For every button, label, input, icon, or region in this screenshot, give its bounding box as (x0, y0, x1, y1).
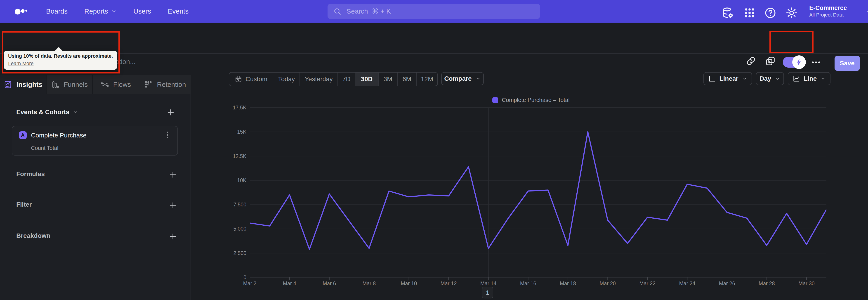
learn-more-link[interactable]: Learn More (8, 61, 34, 66)
series-line-complete-purchase[interactable] (250, 132, 827, 249)
interval-selector-button[interactable]: Day (756, 72, 784, 85)
add-breakdown-button[interactable] (168, 232, 178, 241)
pagination-page-1[interactable]: 1 (482, 287, 493, 298)
add-to-board-icon[interactable] (765, 56, 776, 66)
project-selector[interactable]: E-Commerce All Project Data (809, 4, 863, 18)
x-axis-label-mar-16: Mar 16 (513, 280, 544, 287)
funnels-icon (51, 80, 60, 89)
chevron-down-icon (475, 76, 481, 81)
add-event-button[interactable] (166, 108, 175, 117)
event-aggregation: Count Total (31, 145, 58, 151)
scale-label: Linear (719, 75, 738, 82)
nav-item-reports[interactable]: Reports (84, 7, 117, 15)
tooltip-text: Using 10% of data. Results are approxima… (8, 53, 113, 59)
apps-grid-icon[interactable] (743, 6, 756, 19)
x-axis-label-mar-30: Mar 30 (791, 280, 822, 287)
y-axis-label-7,500: 7,500 (215, 202, 246, 208)
mixpanel-logo-icon[interactable] (12, 7, 31, 16)
chevron-down-icon (775, 76, 780, 81)
y-axis-label-15K: 15K (215, 129, 246, 135)
range-yesterday[interactable]: Yesterday (300, 72, 338, 86)
date-range-group: CustomTodayYesterday7D30D3M6M12M (229, 72, 438, 86)
nav-item-label: Reports (84, 7, 108, 15)
search-input[interactable] (346, 7, 535, 16)
event-kebab-menu-icon[interactable] (163, 130, 172, 140)
chart-type-button[interactable]: Line (788, 72, 831, 85)
line-chart[interactable] (250, 102, 827, 282)
range-7d[interactable]: 7D (338, 72, 355, 86)
range-label: 30D (361, 76, 373, 83)
tab-funnels[interactable]: Funnels (46, 74, 92, 94)
x-axis-label-mar-22: Mar 22 (631, 280, 663, 287)
data-management-icon[interactable] (721, 6, 734, 19)
tab-flows[interactable]: Flows (92, 74, 139, 94)
compare-button[interactable]: Compare (441, 72, 484, 85)
tab-label: Funnels (64, 81, 88, 88)
range-label: 3M (383, 76, 393, 83)
x-axis-label-mar-8: Mar 8 (353, 280, 385, 287)
range-label: 7D (342, 76, 350, 83)
x-axis-label-mar-6: Mar 6 (313, 280, 345, 287)
chart-type-label: Line (804, 75, 817, 82)
chevron-down-icon (820, 76, 826, 81)
range-today[interactable]: Today (273, 72, 300, 86)
help-icon[interactable] (764, 6, 777, 19)
sidebar-section-formulas: Formulas (0, 170, 191, 180)
line-chart-icon (793, 75, 800, 83)
nav-item-label: Users (133, 7, 151, 15)
section-label: Filter (16, 201, 32, 208)
x-axis-label-mar-2: Mar 2 (234, 280, 266, 287)
calendar-icon (235, 75, 242, 83)
y-axis-label-0: 0 (215, 274, 246, 280)
range-label: Custom (246, 76, 267, 83)
range-label: Today (278, 76, 295, 83)
y-axis-label-2,500: 2,500 (215, 250, 246, 257)
range-12m[interactable]: 12M (416, 72, 437, 86)
project-scope: All Project Data (809, 12, 863, 18)
search-icon (333, 7, 342, 16)
tab-retention[interactable]: Retention (139, 74, 191, 94)
range-6m[interactable]: 6M (398, 72, 416, 86)
event-letter-badge: A (19, 131, 27, 139)
scale-selector-button[interactable]: Linear (704, 72, 752, 85)
linear-axis-icon (708, 75, 716, 83)
events-cohorts-header[interactable]: Events & Cohorts (16, 109, 79, 116)
search-bar[interactable] (328, 4, 540, 19)
header-divider (828, 56, 828, 70)
event-card[interactable]: A Complete Purchase Count Total (12, 126, 178, 155)
range-3m[interactable]: 3M (379, 72, 398, 86)
nav-item-users[interactable]: Users (133, 7, 151, 15)
sidebar-section-filter: Filter (0, 200, 191, 210)
sampling-tooltip: Using 10% of data. Results are approxima… (4, 51, 117, 70)
x-axis-label-mar-20: Mar 20 (592, 280, 623, 287)
add-filter-button[interactable] (168, 201, 178, 210)
nav-item-events[interactable]: Events (168, 7, 188, 15)
x-axis-label-mar-10: Mar 10 (393, 280, 425, 287)
section-label: Formulas (16, 171, 45, 178)
x-axis-label-mar-28: Mar 28 (751, 280, 782, 287)
range-30d[interactable]: 30D (355, 72, 379, 86)
top-navbar: BoardsReportsUsersEvents E-Commerce All … (0, 0, 868, 23)
app-root: BoardsReportsUsersEvents E-Commerce All … (0, 0, 868, 300)
range-label: 6M (403, 76, 411, 83)
range-custom[interactable]: Custom (229, 72, 273, 86)
range-label: 12M (421, 76, 433, 83)
save-button[interactable]: Save (835, 56, 860, 71)
project-name: E-Commerce (809, 4, 863, 12)
chevron-down-icon (865, 8, 868, 15)
more-options-icon[interactable] (811, 57, 822, 68)
range-label: Yesterday (305, 76, 333, 83)
flows-icon (101, 80, 109, 89)
y-axis-label-17.5K: 17.5K (215, 104, 246, 111)
add-formulas-button[interactable] (168, 170, 178, 179)
interval-label: Day (760, 75, 771, 82)
sampling-toggle[interactable] (783, 57, 804, 68)
y-axis-label-10K: 10K (215, 177, 246, 184)
lightning-bolt-icon (795, 58, 803, 66)
settings-gear-icon[interactable] (785, 6, 798, 19)
retention-icon (144, 80, 153, 89)
copy-link-icon[interactable] (745, 56, 756, 66)
tab-insights[interactable]: Insights (0, 74, 46, 94)
compare-label: Compare (444, 75, 471, 82)
nav-item-boards[interactable]: Boards (46, 7, 68, 15)
